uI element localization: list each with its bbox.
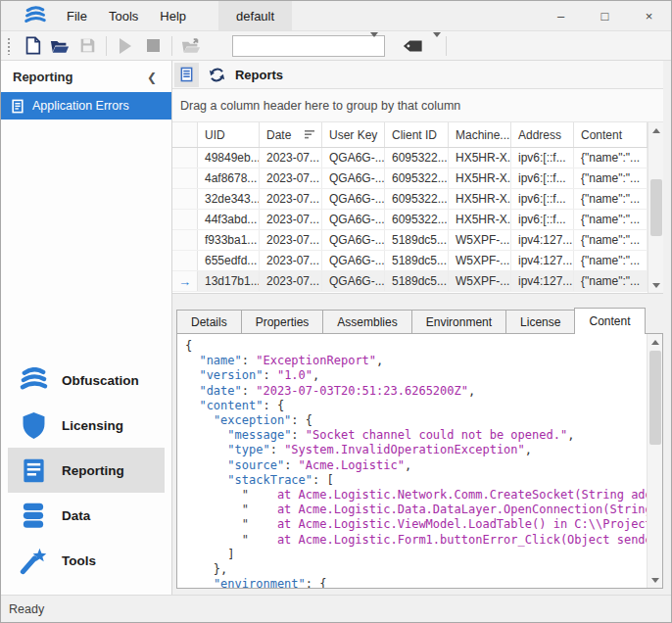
grid-cell[interactable]: QGA6G-...: [322, 230, 385, 250]
grid-cell[interactable]: 2023-07...: [260, 168, 322, 188]
column-header-user-key[interactable]: User Key: [322, 122, 385, 147]
grid-cell[interactable]: 2023-07...: [260, 230, 322, 250]
json-viewer[interactable]: { "name": "ExceptionReport", "version": …: [177, 334, 647, 588]
grid-cell[interactable]: f933ba1...: [198, 230, 260, 250]
grid-cell[interactable]: ipv4:127...: [511, 251, 574, 270]
grid-cell[interactable]: 2023-07...: [260, 251, 322, 270]
open-button[interactable]: [47, 34, 72, 58]
grid-cell[interactable]: 2023-07...: [260, 210, 322, 229]
grid-cell[interactable]: QGA6G-...: [322, 148, 385, 168]
grid-cell[interactable]: 2023-07...: [260, 148, 322, 168]
save-button[interactable]: [74, 34, 100, 58]
grid-cell[interactable]: ipv6:[::f...: [511, 168, 574, 188]
scroll-down-icon[interactable]: [648, 277, 663, 293]
reports-view-button[interactable]: [174, 63, 199, 87]
tab-license[interactable]: License: [505, 310, 575, 333]
group-by-bar[interactable]: Drag a column header here to group by th…: [172, 89, 663, 122]
run-button[interactable]: [113, 34, 138, 58]
scroll-up-icon[interactable]: [648, 334, 662, 350]
grid-cell[interactable]: HX5HR-X...: [449, 168, 511, 188]
sidebar-collapse-icon[interactable]: ❮: [144, 71, 160, 84]
grid-row[interactable]: →13d17b1...2023-07...QGA6G-...5189dc5...…: [172, 271, 648, 292]
grid-cell[interactable]: QGA6G-...: [322, 189, 385, 209]
grid-cell[interactable]: W5XPF-...: [449, 271, 511, 291]
grid-cell[interactable]: {"name":"...: [574, 251, 648, 270]
grid-cell[interactable]: 6095322...: [385, 210, 449, 229]
grid-cell[interactable]: HX5HR-X...: [449, 210, 511, 229]
nav-item-data[interactable]: Data: [8, 493, 165, 538]
grid-cell[interactable]: 5189dc5...: [385, 230, 449, 250]
combobox-dropdown-icon[interactable]: [370, 37, 378, 55]
column-header-machine-[interactable]: Machine...: [449, 122, 511, 147]
grid-cell[interactable]: 5189dc5...: [385, 271, 449, 291]
grid-cell[interactable]: HX5HR-X...: [449, 189, 511, 209]
grid-cell[interactable]: ipv6:[::f...: [511, 210, 574, 229]
grid-cell[interactable]: {"name":"...: [574, 210, 648, 229]
column-header-client-id[interactable]: Client ID: [385, 122, 449, 147]
minimize-button[interactable]: –: [539, 1, 583, 30]
grid-cell[interactable]: 4af8678...: [198, 168, 260, 188]
grid-row[interactable]: f933ba1...2023-07...QGA6G-...5189dc5...W…: [172, 230, 648, 251]
tab-properties[interactable]: Properties: [241, 310, 324, 333]
grid-row[interactable]: 32de343...2023-07...QGA6G-...6095322...H…: [172, 189, 648, 210]
grid-cell[interactable]: 32de343...: [198, 189, 260, 209]
tab-content[interactable]: Content: [574, 308, 645, 334]
grid-cell[interactable]: QGA6G-...: [322, 210, 385, 229]
toolbar-grip[interactable]: [7, 37, 11, 55]
column-header-uid[interactable]: UID: [198, 122, 260, 147]
column-header-address[interactable]: Address: [511, 122, 574, 147]
scroll-down-icon[interactable]: [648, 572, 662, 588]
menu-help[interactable]: Help: [149, 1, 197, 30]
grid-cell[interactable]: HX5HR-X...: [449, 148, 511, 168]
grid-cell[interactable]: {"name":"...: [574, 271, 648, 291]
grid-row[interactable]: 49849eb...2023-07...QGA6G-...6095322...H…: [172, 148, 648, 168]
sidebar-item-application-errors[interactable]: Application Errors: [1, 92, 171, 120]
nav-item-obfuscation[interactable]: Obfuscation: [8, 358, 165, 403]
grid-cell[interactable]: 13d17b1...: [198, 271, 260, 291]
grid-cell[interactable]: 2023-07...: [260, 271, 322, 291]
maximize-button[interactable]: □: [583, 1, 627, 30]
grid-cell[interactable]: W5XPF-...: [449, 251, 511, 270]
nav-item-tools[interactable]: Tools: [8, 538, 165, 583]
grid-cell[interactable]: ipv4:127...: [511, 230, 574, 250]
configuration-combobox[interactable]: [232, 35, 385, 57]
column-header-content[interactable]: Content: [574, 122, 648, 147]
menu-tools[interactable]: Tools: [98, 1, 149, 30]
grid-cell[interactable]: {"name":"...: [574, 168, 648, 188]
column-header-date[interactable]: Date: [260, 122, 322, 147]
json-vertical-scrollbar[interactable]: [647, 334, 662, 588]
export-report-button[interactable]: [178, 34, 204, 58]
tab-assemblies[interactable]: Assemblies: [322, 310, 411, 333]
grid-cell[interactable]: W5XPF-...: [449, 230, 511, 250]
refresh-icon[interactable]: [209, 67, 225, 83]
document-tab-default[interactable]: default: [218, 1, 292, 30]
grid-cell[interactable]: {"name":"...: [574, 189, 648, 209]
grid-cell[interactable]: 2023-07...: [260, 189, 322, 209]
grid-row[interactable]: 655edfd...2023-07...QGA6G-...5189dc5...W…: [172, 251, 648, 271]
nav-item-licensing[interactable]: Licensing: [8, 403, 165, 448]
grid-cell[interactable]: QGA6G-...: [322, 251, 385, 270]
tab-details[interactable]: Details: [176, 310, 242, 333]
json-scroll-thumb[interactable]: [649, 351, 661, 445]
grid-cell[interactable]: {"name":"...: [574, 148, 648, 168]
grid-cell[interactable]: QGA6G-...: [322, 168, 385, 188]
grid-cell[interactable]: ipv4:127...: [511, 271, 574, 291]
grid-cell[interactable]: 6095322...: [385, 148, 449, 168]
grid-cell[interactable]: ipv6:[::f...: [511, 148, 574, 168]
grid-row[interactable]: 44f3abd...2023-07...QGA6G-...6095322...H…: [172, 210, 648, 230]
grid-cell[interactable]: 6095322...: [385, 168, 449, 188]
grid-cell[interactable]: QGA6G-...: [322, 271, 385, 291]
stop-button[interactable]: [140, 34, 166, 58]
grid-cell[interactable]: 5189dc5...: [385, 251, 449, 270]
grid-cell[interactable]: 49849eb...: [198, 148, 260, 168]
tab-environment[interactable]: Environment: [411, 310, 506, 333]
grid-cell[interactable]: ipv6:[::f...: [511, 189, 574, 209]
grid-row[interactable]: 4af8678...2023-07...QGA6G-...6095322...H…: [172, 168, 648, 189]
grid-cell[interactable]: {"name":"...: [574, 230, 648, 250]
grid-cell[interactable]: 44f3abd...: [198, 210, 260, 229]
nav-item-reporting[interactable]: Reporting: [8, 448, 165, 493]
tag-dropdown-icon[interactable]: [433, 37, 441, 55]
grid-scroll-thumb[interactable]: [650, 179, 662, 236]
grid-cell[interactable]: 6095322...: [385, 189, 449, 209]
grid-vertical-scrollbar[interactable]: [648, 122, 663, 293]
